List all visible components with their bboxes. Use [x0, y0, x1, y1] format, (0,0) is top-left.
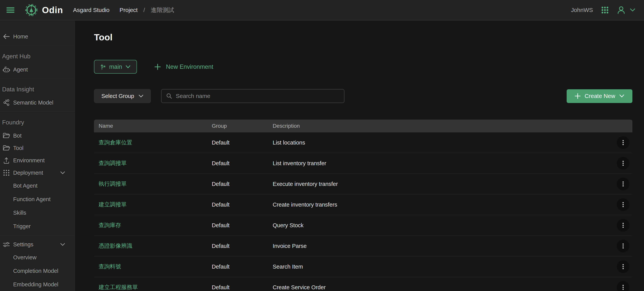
sidebar-item-trigger[interactable]: Trigger — [0, 220, 75, 233]
table-row: 查詢庫存 Default Query Stock — [94, 215, 632, 236]
tool-description-cell: List locations — [273, 140, 614, 146]
folder-icon — [2, 133, 10, 139]
sidebar-divider — [0, 78, 75, 78]
sidebar-item-environment[interactable]: Environment — [0, 154, 75, 167]
kebab-menu-icon — [622, 264, 624, 270]
sidebar-item-label: Environment — [13, 157, 45, 164]
section-header-agent-hub: Agent Hub — [0, 48, 75, 63]
sidebar-item-completion-model[interactable]: Completion Model — [0, 264, 75, 278]
chevron-down-icon — [60, 171, 65, 175]
sidebar-item-embedding-model[interactable]: Embedding Model — [0, 278, 75, 291]
section-header-data-insight: Data Insight — [0, 81, 75, 96]
folder-icon — [2, 145, 10, 151]
sidebar-item-label: Bot — [13, 133, 22, 139]
chevron-down-icon — [619, 94, 624, 98]
tool-description-cell: Execute inventory transfer — [273, 181, 614, 187]
sidebar-item-function-agent[interactable]: Function Agent — [0, 192, 75, 206]
tool-group-cell: Default — [212, 284, 273, 291]
table-header: Name Group Description — [94, 120, 632, 132]
sidebar-item-label: Tool — [13, 145, 24, 151]
page-title: Tool — [94, 32, 632, 42]
tool-group-cell: Default — [212, 181, 273, 187]
table-row: 執行調撥單 Default Execute inventory transfer — [94, 174, 632, 194]
sidebar-item-agent[interactable]: Agent — [0, 63, 75, 76]
brand-title: Odin — [42, 5, 63, 15]
column-header-group: Group — [212, 123, 273, 129]
sidebar-item-semantic-model[interactable]: Semantic Model — [0, 96, 75, 109]
new-environment-label: New Environment — [166, 63, 213, 70]
branch-name: main — [109, 63, 122, 70]
robot-icon — [2, 66, 10, 73]
user-menu-button[interactable] — [617, 6, 636, 14]
kebab-menu-icon — [622, 202, 624, 208]
chevron-down-icon — [125, 65, 131, 69]
sidebar-item-deployment[interactable]: Deployment — [0, 167, 75, 179]
environment-row: main New Environment — [94, 60, 632, 74]
tool-group-cell: Default — [212, 222, 273, 229]
sidebar-divider — [0, 236, 75, 236]
tool-name-link[interactable]: 查詢庫存 — [99, 222, 121, 228]
row-menu-button[interactable] — [617, 136, 630, 149]
row-menu-button[interactable] — [617, 157, 630, 170]
sidebar-item-label: Agent — [13, 66, 28, 73]
navbar-right-group: JohnWS — [571, 6, 636, 14]
hamburger-menu-button[interactable] — [6, 7, 14, 13]
chevron-down-icon — [630, 8, 636, 12]
row-menu-button[interactable] — [617, 281, 630, 291]
tool-name-link[interactable]: 憑證影像辨識 — [99, 243, 132, 249]
apps-grid-button[interactable] — [601, 6, 609, 14]
chevron-down-icon — [60, 243, 65, 246]
tool-group-cell: Default — [212, 264, 273, 270]
tool-name-link[interactable]: 查詢料號 — [99, 263, 121, 270]
branch-selector[interactable]: main — [94, 60, 137, 74]
row-menu-button[interactable] — [617, 198, 630, 211]
sidebar-divider — [0, 45, 75, 45]
nav-asgard-studio[interactable]: Asgard Studio — [73, 7, 110, 13]
table-body: 查詢倉庫位置 Default List locations 查詢調撥單 Defa… — [94, 132, 632, 291]
search-icon — [166, 93, 172, 99]
kebab-menu-icon — [622, 181, 624, 187]
tool-description-cell: Invoice Parse — [273, 243, 614, 249]
row-menu-button[interactable] — [617, 260, 630, 273]
username-label: JohnWS — [571, 7, 593, 13]
create-new-button[interactable]: Create New — [567, 89, 632, 103]
plus-icon — [574, 93, 581, 99]
sidebar-item-bot-agent[interactable]: Bot Agent — [0, 179, 75, 192]
branch-icon — [100, 64, 106, 70]
hamburger-menu-icon — [6, 7, 14, 13]
row-menu-button[interactable] — [617, 240, 630, 252]
sidebar-item-bot[interactable]: Bot — [0, 129, 75, 142]
row-menu-button[interactable] — [617, 219, 630, 232]
nav-project[interactable]: Project — [120, 7, 138, 13]
upload-icon — [2, 157, 10, 164]
table-row: 建立調撥單 Default Create inventory transfers — [94, 194, 632, 215]
tool-description-cell: List inventory transfer — [273, 160, 614, 167]
section-header-foundry: Foundry — [0, 114, 75, 129]
top-navbar: Odin Asgard Studio Project / 進階測試 JohnWS — [0, 0, 644, 20]
sidebar-item-overview[interactable]: Overview — [0, 251, 75, 264]
new-environment-button[interactable]: New Environment — [154, 63, 213, 70]
create-new-label: Create New — [585, 93, 615, 99]
sidebar-item-settings[interactable]: Settings — [0, 238, 75, 251]
tool-description-cell: Create inventory transfers — [273, 202, 614, 208]
sidebar-item-home[interactable]: Home — [0, 30, 75, 43]
kebab-menu-icon — [622, 222, 624, 228]
tool-name-link[interactable]: 執行調撥單 — [99, 181, 127, 187]
chevron-down-icon — [138, 94, 144, 98]
search-input[interactable] — [176, 93, 340, 99]
tool-name-link[interactable]: 查詢倉庫位置 — [99, 139, 132, 145]
kebab-menu-icon — [622, 140, 624, 145]
grid-dots-icon — [2, 169, 10, 176]
sidebar-item-skills[interactable]: Skills — [0, 206, 75, 220]
row-menu-button[interactable] — [617, 178, 630, 190]
sidebar: Home Agent Hub Agent Data Insight Semant… — [0, 21, 75, 291]
table-row: 查詢倉庫位置 Default List locations — [94, 132, 632, 153]
breadcrumb-project-name: 進階測試 — [151, 6, 174, 14]
tool-name-link[interactable]: 建立工程服務單 — [99, 284, 138, 290]
apps-grid-icon — [601, 6, 609, 14]
tool-name-link[interactable]: 查詢調撥單 — [99, 160, 127, 166]
table-row: 查詢調撥單 Default List inventory transfer — [94, 153, 632, 174]
tool-name-link[interactable]: 建立調撥單 — [99, 201, 127, 208]
group-select-dropdown[interactable]: Select Group — [94, 89, 151, 103]
sidebar-item-tool[interactable]: Tool — [0, 142, 75, 154]
